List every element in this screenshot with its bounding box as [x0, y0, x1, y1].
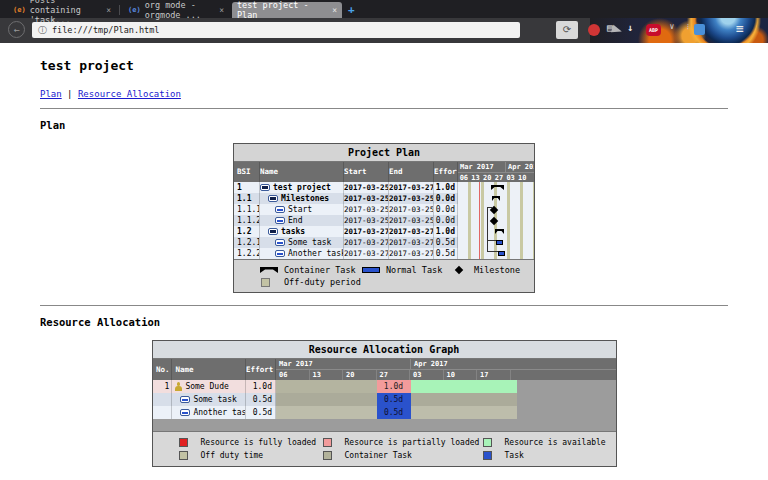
- dependency-line: [487, 207, 492, 208]
- allocation-chart-cell: 0.5d: [276, 393, 615, 406]
- dependency-line: [487, 240, 496, 241]
- back-button[interactable]: ←: [8, 21, 25, 38]
- effort-cell: 0.5d: [434, 248, 458, 259]
- legend-label: Task: [505, 449, 524, 462]
- container-time-cell: [411, 406, 517, 419]
- hamburger-menu-icon[interactable]: ≡: [736, 21, 744, 36]
- table-row[interactable]: 1 test project 2017-03-25 2017-03-27 1.0…: [234, 182, 534, 193]
- browser-window: (e) Posts containing 'task... × (e) org …: [0, 0, 768, 480]
- task-name: Another task: [193, 406, 246, 419]
- day-label: 27: [493, 173, 505, 182]
- container-task-icon: [260, 184, 270, 191]
- table-row[interactable]: 1.2.2 Another task 2017-03-27 2017-03-27…: [234, 248, 534, 259]
- normal-task-legend-icon: [362, 267, 380, 273]
- day-label: 03: [505, 173, 517, 182]
- table-row[interactable]: 1.1.1 Start 2017-03-25 2017-03-25 0.0d: [234, 204, 534, 215]
- end-cell: 2017-03-27: [389, 248, 434, 259]
- table-row[interactable]: Another task 0.5d 0.5d: [153, 406, 616, 419]
- day-label: 13: [310, 370, 344, 380]
- day-label: 06: [458, 173, 470, 182]
- nav-link-resource-allocation[interactable]: Resource Allocation: [78, 89, 181, 99]
- close-icon[interactable]: ×: [219, 6, 224, 15]
- col-header-start: Start: [344, 162, 389, 182]
- task-icon: [275, 239, 285, 246]
- resource-header-row: No. Name Effort Mar 2017 Apr 2017 06 13 …: [153, 359, 616, 380]
- no-cell: [153, 393, 173, 406]
- tab-posts[interactable]: (e) Posts containing 'task... ×: [8, 2, 116, 18]
- gantt-cell: [458, 226, 534, 237]
- end-cell: 2017-03-27: [389, 182, 434, 193]
- ublock-addon-icon[interactable]: [588, 24, 600, 36]
- bsi-cell: 1.2.1: [234, 237, 260, 248]
- task-icon: [275, 206, 285, 213]
- day-label: 13: [470, 173, 482, 182]
- task-name: Another task: [288, 248, 344, 259]
- close-icon[interactable]: ×: [106, 6, 111, 15]
- allocation-chart-cell: 0.5d: [276, 406, 615, 419]
- effort-cell: 0.0d: [434, 193, 458, 204]
- gantt-container-bar: [491, 185, 504, 190]
- tab-test-project-active[interactable]: test project - Plan ×: [232, 2, 342, 18]
- month-label: Mar 2017: [276, 359, 410, 369]
- effort-cell: 0.0d: [434, 204, 458, 215]
- gantt-cell: [458, 182, 534, 193]
- offduty-legend-icon: [179, 451, 188, 460]
- table-row[interactable]: 1.2 tasks 2017-03-27 2017-03-27 1.0d: [234, 226, 534, 237]
- legend-label: Resource is available: [505, 436, 606, 449]
- start-cell: 2017-03-25: [344, 193, 389, 204]
- dependency-line: [487, 251, 498, 252]
- divider: [40, 305, 728, 306]
- month-label: Mar 2017: [458, 162, 505, 172]
- url-bar[interactable]: ⓘ file:///tmp/Plan.html: [32, 22, 520, 38]
- adblock-plus-icon[interactable]: ABP: [646, 24, 661, 36]
- page-info-icon[interactable]: ⓘ: [38, 24, 47, 37]
- close-icon[interactable]: ×: [332, 6, 337, 15]
- table-row[interactable]: Some task 0.5d 0.5d: [153, 393, 616, 406]
- gantt-cell: [458, 215, 534, 226]
- legend-label: Container Task: [345, 449, 412, 462]
- bsi-cell: 1.2.2: [234, 248, 260, 259]
- project-plan-table: Project Plan BSI Name Start End Effort M…: [233, 143, 535, 293]
- start-cell: 2017-03-27: [344, 248, 389, 259]
- table-row[interactable]: 1.1.2 End 2017-03-25 2017-03-25 0.0d: [234, 215, 534, 226]
- resource-calendar-header: Mar 2017 Apr 2017 06 13 20 27 03 10 17: [276, 359, 616, 380]
- legend-label: Resource is partially loaded: [345, 436, 480, 449]
- tab-orgmode[interactable]: (e) org mode - orgmode ... ×: [123, 2, 229, 18]
- task-name: Milestones: [281, 193, 329, 204]
- partially-loaded-legend-icon: [323, 438, 332, 447]
- bsi-cell: 1.1.1: [234, 204, 260, 215]
- container-time-cell: [411, 393, 517, 406]
- table-filler: [153, 419, 616, 431]
- task-icon: [275, 217, 285, 224]
- table-row[interactable]: 1.2.1 Some task 2017-03-27 2017-03-27 0.…: [234, 237, 534, 248]
- no-cell: [153, 406, 173, 419]
- table-row[interactable]: 1 Some Dude 1.0d 1.0d: [153, 380, 616, 393]
- gantt-milestone: [490, 216, 498, 224]
- effort-cell: 1.0d: [246, 380, 276, 393]
- end-cell: 2017-03-27: [389, 226, 434, 237]
- container-time-cell: [276, 393, 377, 406]
- download-icon[interactable]: ↓: [622, 22, 638, 33]
- addon-blue-icon[interactable]: [694, 24, 705, 35]
- new-tab-button[interactable]: +: [348, 3, 355, 16]
- bsi-cell: 1: [234, 182, 260, 193]
- offduty-cell: [276, 380, 377, 393]
- effort-cell: 0.0d: [434, 215, 458, 226]
- container-task-icon: [268, 228, 278, 235]
- effort-cell: 1.0d: [434, 182, 458, 193]
- pocket-addon-icon[interactable]: [611, 25, 623, 36]
- col-header-effort: Effort: [434, 162, 458, 182]
- nav-link-plan[interactable]: Plan: [40, 89, 62, 99]
- resource-section-heading: Resource Allocation: [40, 316, 768, 328]
- chevron-down-icon[interactable]: ∨: [664, 22, 680, 31]
- col-header-effort: Effort: [246, 359, 276, 380]
- bsi-cell: 1.1.2: [234, 215, 260, 226]
- no-cell: 1: [153, 380, 173, 393]
- plan-table-title: Project Plan: [234, 144, 534, 162]
- tab-title: org mode - orgmode ...: [145, 0, 214, 20]
- table-row[interactable]: 1.1 Milestones 2017-03-25 2017-03-25 0.0…: [234, 193, 534, 204]
- reload-button[interactable]: ⟳: [556, 21, 578, 39]
- effort-cell: 0.5d: [246, 393, 276, 406]
- task-name: Start: [288, 204, 312, 215]
- container-task-icon: [268, 195, 278, 202]
